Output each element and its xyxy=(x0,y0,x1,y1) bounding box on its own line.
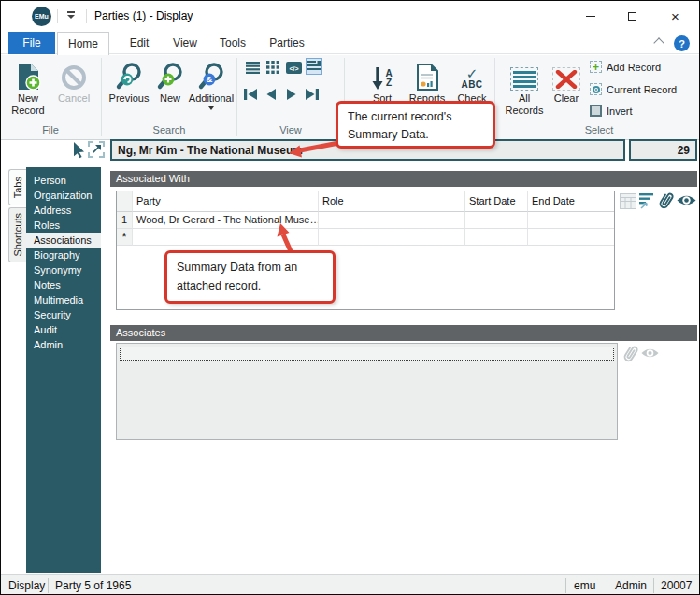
reports-button[interactable]: Reports xyxy=(405,57,450,105)
sidebar-item-synonymy[interactable]: Synonymy xyxy=(26,262,101,277)
grid-view-icon[interactable] xyxy=(264,59,281,76)
sidebar-item-person[interactable]: Person xyxy=(26,173,101,188)
group-divider xyxy=(101,58,102,136)
sidebar-item-associations[interactable]: Associations xyxy=(26,233,101,248)
new-search-button[interactable]: New xyxy=(153,57,187,105)
tab-strip-tabs[interactable]: Tabs xyxy=(8,169,26,205)
current-record-icon xyxy=(590,83,602,95)
add-record-button[interactable]: + Add Record xyxy=(590,61,661,73)
titlebar-divider xyxy=(86,9,87,23)
svg-text:&: & xyxy=(207,74,213,84)
current-record-button[interactable]: Current Record xyxy=(590,83,677,95)
select-region-icon[interactable] xyxy=(88,141,105,158)
tab-file[interactable]: File xyxy=(8,32,55,54)
record-count-box: 29 xyxy=(629,139,697,161)
minimize-button[interactable] xyxy=(569,1,611,31)
cell-start-date[interactable] xyxy=(465,229,528,246)
quick-access-dropdown-icon[interactable] xyxy=(64,11,78,19)
status-divider xyxy=(653,578,654,593)
reports-icon xyxy=(405,57,450,91)
cancel-button[interactable]: Cancel xyxy=(51,57,96,105)
associates-empty-field[interactable] xyxy=(120,347,614,361)
column-header-end-date[interactable]: End Date xyxy=(528,191,614,212)
table-row: 1 Wood, Dr Gerard - The National Muse… xyxy=(117,212,614,229)
sort-icon: AZ xyxy=(364,57,401,91)
sidebar-item-roles[interactable]: Roles xyxy=(26,218,101,233)
sidebar-item-audit[interactable]: Audit xyxy=(26,322,101,337)
ribbon-tab-row: File Home Edit View Tools Parties xyxy=(1,32,699,54)
column-header-party[interactable]: Party xyxy=(133,191,319,212)
first-record-button[interactable] xyxy=(242,86,259,103)
tab-edit[interactable]: Edit xyxy=(119,32,160,54)
next-record-button[interactable] xyxy=(283,86,300,103)
cell-party[interactable]: Wood, Dr Gerard - The National Muse… xyxy=(133,212,319,229)
status-divider xyxy=(48,578,49,593)
cell-role[interactable] xyxy=(319,212,465,229)
sort-rows-icon[interactable] xyxy=(639,193,654,212)
sort-button[interactable]: AZ Sort xyxy=(364,57,401,105)
help-button[interactable]: ? xyxy=(674,35,690,51)
close-button[interactable]: × xyxy=(654,1,696,31)
tab-parties[interactable]: Parties xyxy=(261,32,313,54)
clear-icon xyxy=(550,57,583,91)
sidebar-item-multimedia[interactable]: Multimedia xyxy=(26,292,101,307)
column-header-role[interactable]: Role xyxy=(319,191,465,212)
tab-view[interactable]: View xyxy=(164,32,207,54)
list-view-icon[interactable] xyxy=(244,59,261,76)
attach-icon-disabled[interactable] xyxy=(621,344,640,367)
associates-header: Associates xyxy=(110,325,697,341)
invert-icon xyxy=(590,105,602,117)
edit-mode-cursor-icon[interactable] xyxy=(73,142,86,162)
svg-text:</>: </> xyxy=(289,64,298,71)
code-view-icon[interactable]: </> xyxy=(285,59,302,76)
callout-summary-data: The current record's Summary Data. xyxy=(336,101,495,149)
cell-end-date[interactable] xyxy=(528,212,614,229)
callout-summary-data-text: The current record's Summary Data. xyxy=(348,110,451,141)
window-title: Parties (1) - Display xyxy=(94,9,193,22)
attach-icon[interactable] xyxy=(656,191,676,214)
cell-start-date[interactable] xyxy=(465,212,528,229)
add-record-icon: + xyxy=(590,61,602,73)
maximize-button[interactable] xyxy=(611,1,653,31)
sidebar-item-address[interactable]: Address xyxy=(26,203,101,218)
cell-end-date[interactable] xyxy=(528,229,614,246)
callout-attached-record: Summary Data from an attached record. xyxy=(164,250,336,304)
new-record-icon xyxy=(7,57,50,91)
tab-sidebar: Person Organization Address Roles Associ… xyxy=(26,167,101,573)
table-header-row: Party Role Start Date End Date xyxy=(117,191,614,212)
tab-strip-shortcuts[interactable]: Shortcuts xyxy=(8,207,26,262)
view-attachment-eye-icon[interactable] xyxy=(677,193,696,210)
clear-selection-button[interactable]: Clear xyxy=(550,57,583,105)
group-divider xyxy=(236,58,237,136)
column-header-start-date[interactable]: Start Date xyxy=(465,191,528,212)
spellcheck-icon: ✓ ABC xyxy=(453,57,491,91)
minimize-icon xyxy=(586,16,595,17)
previous-button[interactable]: Previous xyxy=(106,57,152,105)
invert-selection-button[interactable]: Invert xyxy=(590,105,633,117)
cell-role[interactable] xyxy=(319,229,465,246)
tab-home[interactable]: Home xyxy=(57,32,109,55)
record-count: 29 xyxy=(678,144,690,157)
view-group-label: View xyxy=(267,124,314,135)
sidebar-item-security[interactable]: Security xyxy=(26,307,101,322)
previous-record-button[interactable] xyxy=(263,86,279,103)
last-record-button[interactable] xyxy=(304,86,321,103)
associated-with-header: Associated With xyxy=(110,171,697,187)
callout-attached-record-text: Summary Data from an attached record. xyxy=(177,261,297,292)
check-button[interactable]: ✓ ABC Check xyxy=(453,57,491,105)
sidebar-item-admin[interactable]: Admin xyxy=(26,337,101,352)
tab-tools[interactable]: Tools xyxy=(210,32,255,54)
calendar-grid-icon[interactable] xyxy=(620,193,636,212)
emu-logo-icon[interactable]: EMu xyxy=(32,7,51,26)
details-view-icon[interactable] xyxy=(306,58,322,75)
new-record-button[interactable]: New Record xyxy=(7,57,50,117)
sidebar-item-organization[interactable]: Organization xyxy=(26,188,101,203)
close-icon: × xyxy=(671,9,679,23)
sidebar-item-notes[interactable]: Notes xyxy=(26,277,101,292)
additional-search-button[interactable]: & Additional xyxy=(187,57,236,110)
sidebar-item-biography[interactable]: Biography xyxy=(26,248,101,262)
cell-party[interactable] xyxy=(133,229,319,246)
status-bar: Display Party 5 of 1965 emu Admin 20007 xyxy=(1,574,699,595)
view-eye-icon-disabled[interactable] xyxy=(641,347,659,362)
all-records-button[interactable]: All Records xyxy=(502,57,547,117)
